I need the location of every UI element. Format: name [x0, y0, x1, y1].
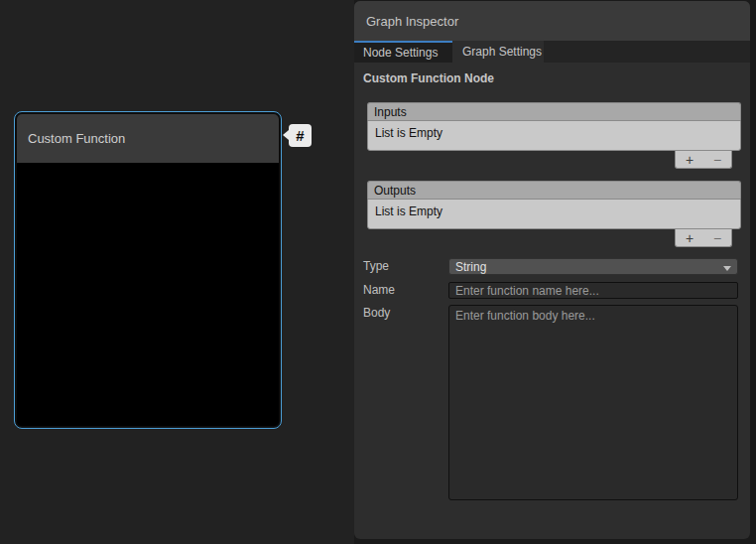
node-title: Custom Function [28, 131, 125, 146]
body-label: Body [363, 306, 390, 320]
type-label: Type [363, 259, 389, 273]
function-name-input[interactable] [448, 282, 738, 299]
tab-node-settings-label: Node Settings [363, 46, 438, 60]
outputs-footer-buttons: + − [675, 229, 732, 247]
tab-graph-settings-label: Graph Settings [462, 45, 542, 59]
node-title-bar[interactable]: Custom Function [17, 114, 279, 163]
inputs-add-button[interactable]: + [686, 153, 693, 167]
inputs-footer: + − [367, 151, 741, 169]
graph-inspector-panel: Graph Inspector Node Settings Graph Sett… [354, 1, 750, 539]
node-settings-heading: Custom Function Node [363, 71, 494, 85]
inputs-header: Inputs [367, 102, 741, 120]
function-body-input[interactable] [448, 305, 738, 500]
hash-icon: # [296, 127, 304, 144]
inspector-title: Graph Inspector [366, 14, 458, 29]
outputs-add-button[interactable]: + [686, 231, 693, 245]
node-preview [17, 163, 279, 426]
tab-node-settings[interactable]: Node Settings [354, 41, 452, 63]
shader-graph-window: Custom Function # Graph Inspector Node S… [0, 0, 756, 544]
inputs-header-label: Inputs [374, 105, 407, 119]
outputs-remove-button[interactable]: − [713, 231, 721, 245]
outputs-header: Outputs [367, 181, 741, 199]
tab-graph-settings[interactable]: Graph Settings [452, 41, 544, 63]
inputs-empty-label: List is Empty [375, 126, 442, 140]
custom-function-node[interactable]: Custom Function [14, 111, 282, 429]
node-container: Custom Function [17, 114, 279, 426]
graph-canvas[interactable]: Custom Function # [0, 0, 354, 544]
inspector-tabs: Node Settings Graph Settings [354, 41, 750, 63]
name-label: Name [363, 283, 395, 297]
inputs-remove-button[interactable]: − [713, 153, 721, 167]
outputs-section: Outputs List is Empty + − [367, 181, 741, 247]
type-dropdown[interactable]: String [448, 258, 738, 275]
inputs-list: List is Empty [367, 120, 741, 151]
type-dropdown-value: String [455, 260, 486, 274]
node-hash-badge[interactable]: # [289, 124, 312, 147]
chevron-down-icon [723, 266, 731, 271]
outputs-header-label: Outputs [374, 184, 416, 198]
outputs-list: List is Empty [367, 199, 741, 229]
inputs-section: Inputs List is Empty + − [367, 102, 741, 169]
outputs-footer: + − [367, 229, 741, 247]
outputs-empty-label: List is Empty [375, 204, 442, 218]
inputs-footer-buttons: + − [675, 151, 732, 169]
inspector-title-bar[interactable]: Graph Inspector [354, 1, 750, 41]
